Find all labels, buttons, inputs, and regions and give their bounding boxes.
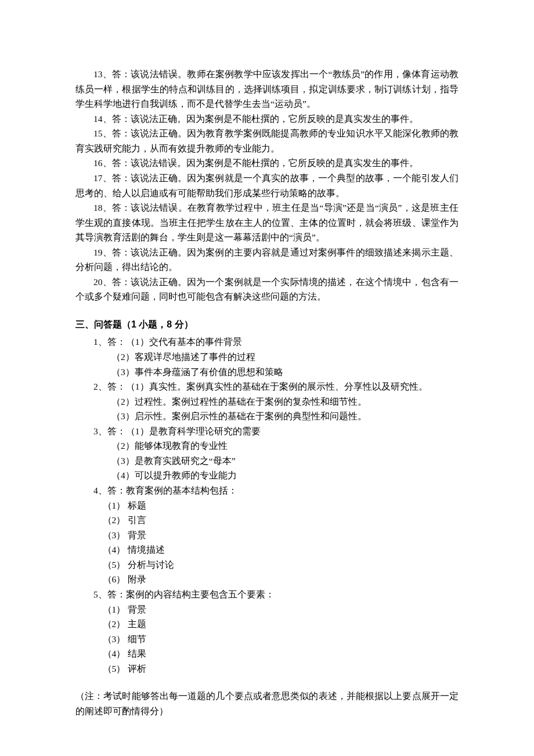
qa-2-sub-1: （2）过程性。案例过程性的基础在于案例的复杂性和细节性。	[75, 394, 459, 409]
qa-5-sub-2: （2） 主题	[75, 617, 459, 632]
judgment-17: 17、答：该说法正确。因为案例就是一个真实的故事，一个典型的故事，一个能引发人们…	[75, 171, 459, 200]
qa-3: 3、答：（1）是教育科学理论研究的需要 （2）能够体现教育的专业性 （3）是教育…	[75, 424, 459, 483]
qa-2-head: 2、答：（1）真实性。案例真实性的基础在于案例的展示性、分享性以及研究性。	[75, 379, 459, 394]
qa-3-sub-1: （2）能够体现教育的专业性	[75, 438, 459, 453]
qa-1: 1、答：（1）交代有基本的事件背景 （2）客观详尽地描述了事件的过程 （3）事件…	[75, 334, 459, 379]
qa-5-head: 5、答：案例的内容结构主要包含五个要素：	[75, 587, 459, 602]
qa-3-head: 3、答：（1）是教育科学理论研究的需要	[75, 424, 459, 439]
qa-4-sub-5: （5） 分析与讨论	[75, 557, 459, 573]
section-3-title: 三、问答题（1 小题，8 分）	[75, 317, 459, 332]
judgment-15: 15、答：该说法正确。因为教育教学案例既能提高教师的专业知识水平又能深化教师的教…	[75, 126, 459, 156]
qa-5-sub-1: （1） 背景	[75, 602, 459, 617]
qa-4-sub-2: （2） 引言	[75, 513, 459, 528]
page: 13、答：该说法错误。教师在案例教学中应该发挥出一个“教练员”的作用，像体育运动…	[0, 0, 534, 756]
qa-4-sub-1: （1） 标题	[75, 498, 459, 513]
judgment-16: 16、答：该说法错误。因为案例是不能杜撰的，它所反映的是真实发生的事件。	[75, 156, 459, 171]
qa-3-sub-3: （4）可以提升教师的专业能力	[75, 468, 459, 483]
judgment-14: 14、答：该说法正确。因为案例是不能杜撰的，它所反映的是真实发生的事件。	[75, 111, 459, 127]
judgment-19: 19、答：该说法正确。因为案例的主要内容就是通过对案例事件的细致描述来揭示主题、…	[75, 245, 459, 275]
qa-4-head: 4、答：教育案例的基本结构包括：	[75, 483, 459, 498]
qa-4-sub-3: （3） 背景	[75, 528, 459, 543]
qa-5-sub-3: （3） 细节	[75, 632, 459, 647]
qa-5-sub-5: （5） 评析	[75, 661, 459, 676]
qa-2-sub-2: （3）启示性。案例启示性的基础在于案例的典型性和问题性。	[75, 409, 459, 424]
qa-2: 2、答：（1）真实性。案例真实性的基础在于案例的展示性、分享性以及研究性。 （2…	[75, 379, 459, 424]
qa-1-head: 1、答：（1）交代有基本的事件背景	[75, 334, 459, 350]
qa-4-sub-4: （4） 情境描述	[75, 542, 459, 557]
qa-1-sub-1: （2）客观详尽地描述了事件的过程	[75, 350, 459, 365]
qa-1-sub-2: （3）事件本身蕴涵了有价值的思想和策略	[75, 365, 459, 380]
judgment-20: 20、答：该说法正确。因为一个案例就是一个实际情境的描述，在这个情境中，包含有一…	[75, 275, 459, 304]
qa-4: 4、答：教育案例的基本结构包括： （1） 标题 （2） 引言 （3） 背景 （4…	[75, 483, 459, 587]
qa-4-sub-6: （6） 附录	[75, 572, 459, 587]
exam-note: （注：考试时能够答出每一道题的几个要点或者意思类似的表述，并能根据以上要点展开一…	[75, 689, 459, 718]
qa-5: 5、答：案例的内容结构主要包含五个要素： （1） 背景 （2） 主题 （3） 细…	[75, 587, 459, 676]
judgment-18: 18、答：该说法错误。在教育教学过程中，班主任是当“导演”还是当“演员”，这是班…	[75, 200, 459, 245]
judgment-13: 13、答：该说法错误。教师在案例教学中应该发挥出一个“教练员”的作用，像体育运动…	[75, 67, 459, 111]
qa-5-sub-4: （4） 结果	[75, 646, 459, 661]
qa-3-sub-2: （3）是教育实践研究之“母本”	[75, 453, 459, 469]
